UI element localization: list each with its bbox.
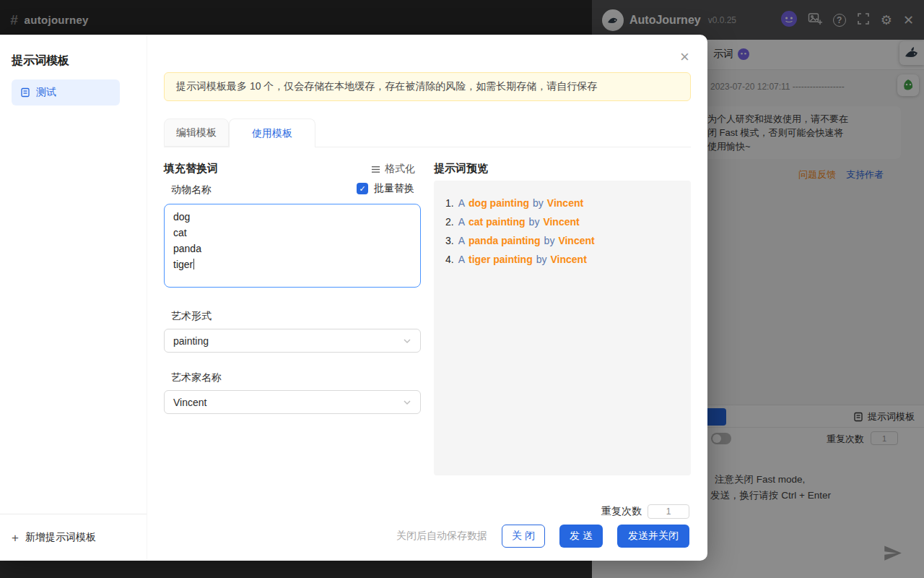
add-template-label: 新增提示词模板 — [25, 531, 96, 544]
send-and-close-button[interactable]: 发送并关闭 — [617, 525, 689, 548]
textarea-line: cat — [173, 225, 411, 241]
storage-alert: 提示词模板最多 10 个，仅会存储在本地缓存，存在被清除的风险，如需长期存储，请… — [164, 72, 691, 101]
preview-item-number: 3. — [445, 235, 454, 246]
preview-item-number: 4. — [445, 254, 454, 265]
animal-field-label: 动物名称 — [171, 184, 212, 197]
preview-item: 1.Adog paintingbyVincent — [445, 194, 679, 212]
add-template-button[interactable]: + 新增提示词模板 — [12, 525, 96, 551]
prompt-template-modal: 提示词模板 测试 + 新增提示词模板 × 提示词模板最多 10 个，仅会存储在本… — [0, 35, 707, 561]
textarea-line-text: tiger — [173, 259, 193, 270]
sidebar-item-label: 测试 — [36, 86, 56, 99]
prompt-preview-box: 1.Adog paintingbyVincent 2.Acat painting… — [434, 181, 691, 475]
preview-plain-text: A — [458, 216, 465, 228]
artist-label: 艺术家名称 — [171, 371, 222, 384]
preview-highlight: Vincent — [547, 197, 583, 209]
textarea-line: dog — [173, 209, 411, 225]
preview-plain-text: by — [529, 216, 540, 228]
preview-plain-text: A — [458, 197, 465, 209]
screen: # autojourney AutoJourney v0.0.25 ? — [0, 0, 924, 578]
tab-use-template[interactable]: 使用模板 — [229, 118, 315, 147]
art-form-value: painting — [173, 335, 209, 347]
art-form-label: 艺术形式 — [171, 310, 212, 323]
preview-plain-text: A — [458, 235, 465, 246]
repeat-count-label: 重复次数 — [601, 505, 642, 518]
autosave-note: 关闭后自动保存数据 — [396, 530, 487, 543]
modal-footer: 关闭后自动保存数据 关 闭 发 送 发送并关闭 — [396, 525, 689, 548]
batch-replace-control[interactable]: ✓ 批量替换 — [357, 182, 414, 195]
plus-icon: + — [12, 532, 19, 544]
repeat-count-control: 重复次数 1 — [601, 504, 689, 519]
art-form-select[interactable]: painting — [164, 329, 421, 353]
batch-replace-checkbox[interactable]: ✓ — [357, 183, 368, 194]
artist-select[interactable]: Vincent — [164, 390, 421, 414]
chevron-down-icon — [403, 337, 411, 345]
repeat-count-input[interactable]: 1 — [648, 504, 689, 519]
tab-edit-template[interactable]: 编辑模板 — [164, 118, 229, 147]
preview-plain-text: by — [536, 254, 547, 265]
artist-value: Vincent — [173, 397, 206, 408]
preview-item: 4.Atiger paintingbyVincent — [445, 250, 679, 269]
preview-highlight: Vincent — [543, 216, 579, 228]
storage-alert-text: 提示词模板最多 10 个，仅会存储在本地缓存，存在被清除的风险，如需长期存储，请… — [176, 80, 597, 93]
preview-highlight: tiger painting — [468, 254, 533, 265]
sidebar-footer-divider — [0, 514, 147, 514]
send-button[interactable]: 发 送 — [559, 525, 603, 548]
preview-item: 2.Acat paintingbyVincent — [445, 212, 679, 231]
preview-highlight: Vincent — [558, 235, 594, 246]
preview-plain-text: by — [544, 235, 555, 246]
animal-names-textarea[interactable]: dog cat panda tiger — [164, 204, 421, 288]
preview-highlight: panda painting — [468, 235, 541, 246]
sidebar-divider — [147, 35, 147, 561]
preview-highlight: Vincent — [551, 254, 587, 265]
fill-section-title: 填充替换词 — [164, 162, 218, 176]
chevron-down-icon — [403, 398, 411, 407]
list-format-icon — [371, 165, 380, 174]
preview-highlight: dog painting — [468, 197, 529, 209]
modal-close-icon[interactable]: × — [680, 49, 689, 65]
textarea-line: panda — [173, 241, 411, 256]
text-caret — [193, 259, 194, 269]
preview-item-number: 1. — [445, 197, 454, 209]
close-button[interactable]: 关 闭 — [502, 525, 545, 548]
format-label: 格式化 — [385, 163, 415, 176]
sidebar-item-test[interactable]: 测试 — [12, 79, 120, 105]
preview-section-title: 提示词预览 — [434, 162, 488, 176]
batch-replace-label: 批量替换 — [374, 182, 414, 195]
preview-plain-text: by — [533, 197, 544, 209]
modal-title: 提示词模板 — [12, 53, 69, 69]
preview-highlight: cat painting — [468, 216, 526, 228]
preview-plain-text: A — [458, 254, 465, 265]
textarea-line: tiger — [173, 256, 411, 272]
preview-item-number: 2. — [445, 216, 454, 228]
format-button[interactable]: 格式化 — [371, 163, 415, 176]
document-icon — [20, 87, 30, 98]
preview-item: 3.Apanda paintingbyVincent — [445, 231, 679, 250]
